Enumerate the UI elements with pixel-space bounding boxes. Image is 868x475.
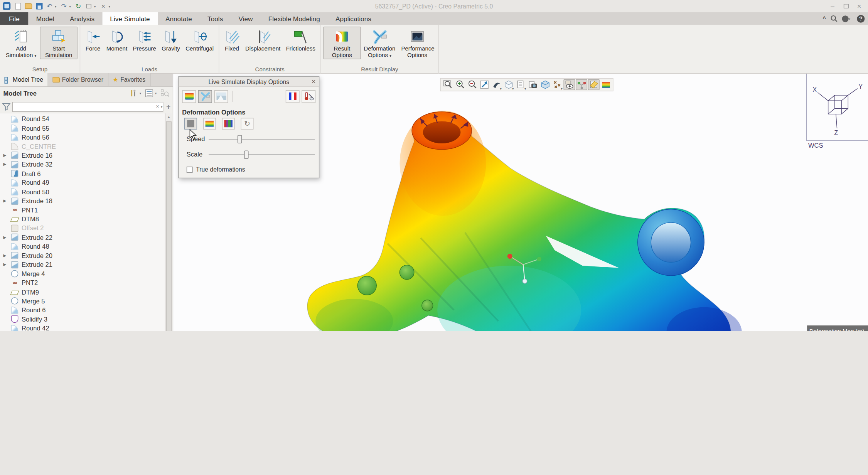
tree-item[interactable]: Merge 4: [0, 269, 165, 278]
banded-fringe-deformation-icon[interactable]: [222, 118, 235, 130]
animate-deformation-icon[interactable]: ↻: [241, 118, 253, 130]
live-simulate-display-options-dialog[interactable]: Live Simulate Display Options ×: [178, 76, 319, 178]
annotation-display-icon[interactable]: [563, 79, 575, 90]
undo-dropdown[interactable]: ▾: [55, 4, 59, 8]
regenerate-button[interactable]: ↻: [74, 2, 83, 10]
new-file-button[interactable]: [13, 2, 22, 10]
tree-item[interactable]: Round 42: [0, 324, 165, 331]
scale-slider[interactable]: [209, 150, 315, 159]
minimize-button[interactable]: –: [826, 2, 839, 10]
search-add-button[interactable]: +: [166, 103, 170, 111]
tree-item[interactable]: Round 50: [0, 187, 165, 197]
zoom-box-icon[interactable]: [442, 79, 453, 90]
tree-item[interactable]: ××PNT1: [0, 205, 165, 215]
expand-icon[interactable]: ▶: [3, 235, 11, 239]
app-icon[interactable]: [3, 2, 10, 10]
refit-icon[interactable]: [478, 79, 490, 90]
search-icon[interactable]: [830, 15, 838, 22]
tab-file[interactable]: File: [0, 12, 29, 25]
legend-toggle-icon[interactable]: [286, 90, 300, 103]
expand-icon[interactable]: ▶: [3, 253, 11, 258]
fixed-button[interactable]: Fixed: [221, 27, 243, 53]
speed-slider-handle[interactable]: [238, 135, 242, 143]
perspective-icon[interactable]: [539, 79, 551, 90]
search-dropdown[interactable]: ▾: [161, 104, 165, 108]
customize-quick-access-button[interactable]: ▾: [108, 4, 112, 8]
centrifugal-button[interactable]: Centrifugal: [183, 27, 216, 53]
tree-scrollbar[interactable]: ▲ ▼: [165, 113, 172, 331]
gravity-button[interactable]: Gravity: [159, 27, 183, 53]
displacement-button[interactable]: Displacement: [243, 27, 283, 53]
start-simulation-button[interactable]: Start Simulation: [40, 27, 78, 59]
tree-item[interactable]: Round 56: [0, 133, 165, 142]
display-style-icon[interactable]: ▾: [503, 79, 514, 90]
tree-search-settings-icon[interactable]: [160, 89, 169, 98]
frictionless-button[interactable]: Frictionless: [283, 27, 318, 53]
scroll-thumb[interactable]: [166, 121, 172, 331]
tree-item[interactable]: DTM8: [0, 215, 165, 224]
section-view-icon[interactable]: [588, 79, 600, 90]
dialog-close-icon[interactable]: ×: [312, 77, 315, 85]
maximize-button[interactable]: [839, 2, 852, 10]
tree-search-input[interactable]: [12, 101, 163, 111]
true-deformations-checkbox[interactable]: [187, 166, 193, 172]
tab-live-simulate[interactable]: Live Simulate: [102, 12, 158, 25]
no-color-deformation-icon[interactable]: [184, 118, 197, 130]
tree-item[interactable]: Solidify 3: [0, 315, 165, 324]
result-options-button[interactable]: Result Options: [323, 27, 361, 59]
scroll-up-icon[interactable]: ▲: [165, 113, 172, 121]
smooth-fringe-deformation-icon[interactable]: [203, 118, 216, 130]
force-button[interactable]: Force: [83, 27, 104, 53]
expand-icon[interactable]: ▶: [3, 153, 11, 158]
tab-folder-browser[interactable]: Folder Browser: [48, 73, 108, 86]
tree-filters-dropdown[interactable]: ▾: [155, 91, 159, 95]
windows-button[interactable]: [84, 2, 93, 10]
collapse-ribbon-button[interactable]: ^: [823, 15, 826, 22]
fringe-display-icon[interactable]: [600, 79, 612, 90]
help-button[interactable]: ?: [857, 15, 865, 22]
background-mode-icon[interactable]: [214, 90, 228, 103]
tree-item[interactable]: ▶Extrude 21: [0, 260, 165, 270]
account-button[interactable]: ▾: [842, 15, 853, 22]
view-manager-icon[interactable]: [527, 79, 539, 90]
tree-tools-icon[interactable]: [130, 89, 138, 98]
tree-item[interactable]: Round 6: [0, 306, 165, 315]
scale-slider-handle[interactable]: [244, 150, 248, 159]
graphics-area[interactable]: X Y Z WCS ▾ ▾ ▾ ▾ Live Simul: [173, 74, 868, 331]
redo-dropdown[interactable]: ▾: [69, 4, 73, 8]
probe-icon[interactable]: [302, 90, 315, 103]
add-simulation-button[interactable]: Add Simulation ▾: [2, 27, 40, 60]
redo-button[interactable]: ↷: [59, 2, 69, 10]
pressure-button[interactable]: Pressure: [130, 27, 159, 53]
windows-dropdown[interactable]: ▾: [94, 4, 98, 8]
tree-item[interactable]: ▶Extrude 16: [0, 151, 165, 160]
tree-filters-icon[interactable]: [145, 89, 153, 98]
tree-item[interactable]: ▶Extrude 32: [0, 160, 165, 169]
tree-item[interactable]: Round 54: [0, 115, 165, 124]
tree-item[interactable]: Round 55: [0, 124, 165, 133]
moment-button[interactable]: Moment: [103, 27, 130, 53]
expand-icon[interactable]: ▶: [3, 263, 11, 267]
tab-tools[interactable]: Tools: [200, 12, 231, 25]
expand-icon[interactable]: ▶: [3, 162, 11, 167]
tree-item[interactable]: Merge 5: [0, 296, 165, 306]
saved-views-icon[interactable]: ▾: [515, 79, 526, 90]
performance-options-button[interactable]: Performance Options: [398, 27, 436, 59]
tab-applications[interactable]: Applications: [328, 12, 379, 25]
close-window-button[interactable]: ×: [99, 2, 108, 10]
result-legend[interactable]: Deformation Mag (m) 0.1290 e-3 0.1147 e-…: [807, 325, 868, 331]
tree-tools-dropdown[interactable]: ▾: [140, 91, 143, 95]
tree-item[interactable]: Round 48: [0, 242, 165, 251]
tree-item[interactable]: ▶Extrude 22: [0, 233, 165, 242]
fringe-mode-icon[interactable]: [182, 90, 196, 103]
zoom-in-icon[interactable]: [454, 79, 465, 90]
tab-flexible-modeling[interactable]: Flexible Modeling: [261, 12, 328, 25]
close-button[interactable]: ×: [853, 2, 866, 10]
tree-item[interactable]: Round 49: [0, 178, 165, 187]
expand-icon[interactable]: ▶: [3, 199, 11, 203]
dialog-title-bar[interactable]: Live Simulate Display Options ×: [179, 77, 319, 87]
tree-item[interactable]: C_CENTRE: [0, 142, 165, 151]
tree-item[interactable]: ▶Extrude 18: [0, 197, 165, 206]
tab-favorites[interactable]: ★Favorites: [108, 73, 150, 86]
undo-button[interactable]: ↶: [45, 2, 54, 10]
